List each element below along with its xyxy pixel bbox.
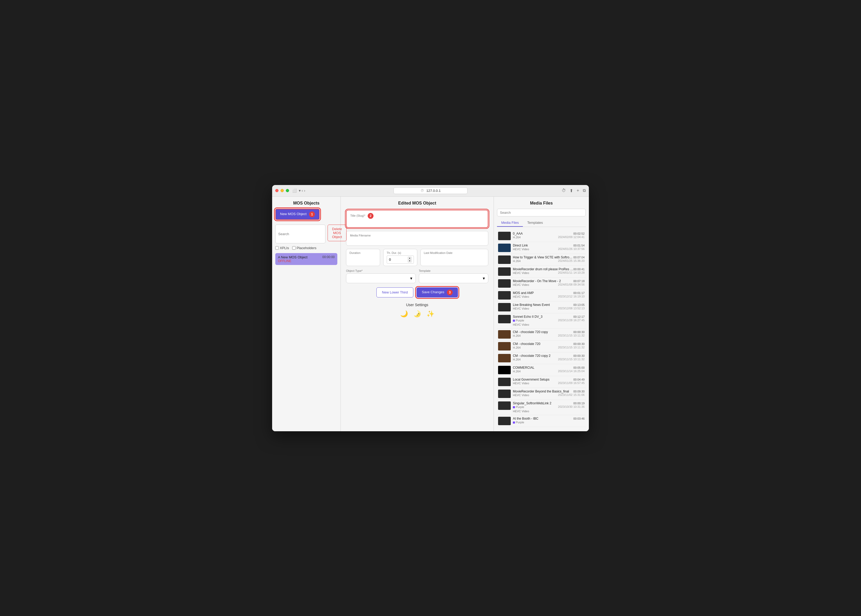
media-duration: 00:00:41 [573, 268, 584, 271]
mos-list-item[interactable]: A New MOS Object 00:00:00 OFFLINE [275, 253, 337, 265]
media-list-item[interactable]: How to Trigger & View SCTE with Softron … [497, 254, 586, 266]
dim-mode-icon[interactable]: 🌛 [413, 310, 421, 317]
tag-purple-indicator [513, 320, 515, 322]
action-buttons-row: New Lower Third Save Changes 3 [346, 288, 488, 297]
media-meta-row: 0_AAA 00:02:52 [513, 232, 584, 236]
sidebar-toggle-icon[interactable]: ⬜ [292, 189, 297, 193]
media-codec-row: Purple 2023/11/28 16:27:45 [513, 319, 584, 322]
object-type-select[interactable]: ▾ [346, 273, 416, 283]
media-list-item[interactable]: MovieRecorder Beyond the Basics_final 00… [497, 388, 586, 400]
th-dur-field: Th. Dur. (s) ▴ ▾ [383, 249, 417, 266]
tab-templates[interactable]: Templates [523, 219, 547, 227]
tabs-icon[interactable]: ⧉ [583, 188, 586, 193]
back-icon[interactable]: ‹ [302, 189, 303, 193]
tag-purple-indicator [513, 421, 515, 424]
media-duration: 00:00:30 [573, 354, 584, 357]
title-slug-section: Title (Slug)* 2 [346, 210, 488, 228]
media-list-item[interactable]: MovieRecorder - On The Move - 2 00:07:18… [497, 278, 586, 289]
xpli-checkbox-label[interactable]: XPLIs [275, 246, 289, 250]
media-list-item[interactable]: Direct Link 00:01:54 HEVC Video 2024/01/… [497, 242, 586, 254]
media-info: MovieRecorder Beyond the Basics_final 00… [513, 390, 584, 397]
media-list-item[interactable]: COMMERCIAL 00:05:00 H.264 2023/11/14 16:… [497, 364, 586, 376]
media-info: 0_AAA 00:02:52 H.264 2024/02/09 12:04:41 [513, 232, 584, 239]
app-window: ⬜ ▾ ‹ › ⏱ 127.0.0.1 ⏱ ⬆ + ⧉ MOS Objects … [272, 185, 589, 431]
user-settings: User Settings 🌙 🌛 ✨ [346, 303, 488, 317]
duration-label: Duration [349, 251, 377, 255]
media-codec-row: Purple [513, 420, 584, 424]
media-list: 0_AAA 00:02:52 H.264 2024/02/09 12:04:41… [497, 230, 586, 427]
media-name: At the Booth - IBC [513, 417, 539, 420]
media-meta-row: MovieRecorder drum roll please ProRes MX… [513, 267, 584, 271]
search-delete-row: Delete MOS Object [275, 225, 337, 244]
save-changes-button[interactable]: Save Changes 3 [416, 288, 458, 297]
light-mode-icon[interactable]: ✨ [427, 310, 434, 317]
history-icon[interactable]: ⏱ [562, 188, 566, 193]
media-info: Local Government Setups 00:04:49 HEVC Vi… [513, 378, 584, 385]
media-codec: H.264 [513, 236, 520, 239]
placeholders-checkbox-label[interactable]: Placeholders [292, 246, 316, 250]
new-tab-icon[interactable]: + [577, 188, 579, 193]
new-lower-third-button[interactable]: New Lower Third [376, 288, 413, 297]
close-button[interactable] [275, 189, 278, 192]
media-date: 2023/11/15 10:11:32 [558, 346, 584, 349]
template-select[interactable]: ▾ [419, 273, 489, 283]
main-content: MOS Objects New MOS Object 1 Delete MOS … [272, 196, 589, 431]
xpli-label: XPLIs [280, 246, 289, 250]
media-list-item[interactable]: Singular_SoftronWebLink 2 00:00:19 Purpl… [497, 400, 586, 415]
media-codec-row: HEVC Video 2024/01/11 14:10:28 [513, 271, 584, 275]
tab-media-files[interactable]: Media Files [497, 219, 523, 227]
th-dur-input[interactable] [389, 258, 400, 262]
left-panel: MOS Objects New MOS Object 1 Delete MOS … [272, 196, 341, 431]
media-date: 2023/11/15 10:11:32 [558, 334, 584, 337]
maximize-button[interactable] [286, 189, 289, 192]
media-list-item[interactable]: CM - chocolate 720 copy 00:00:30 H.264 2… [497, 328, 586, 341]
media-duration: 00:12:17 [573, 315, 584, 318]
media-info: CM - chocolate 720 copy 00:00:30 H.264 2… [513, 330, 584, 337]
chevron-down-icon[interactable]: ▾ [299, 189, 301, 193]
spinner-down[interactable]: ▾ [408, 260, 412, 262]
media-list-item[interactable]: CM - chocolate 720 00:00:30 H.264 2023/1… [497, 341, 586, 352]
media-date: 2023/11/02 15:31:06 [558, 393, 584, 396]
media-codec-row: Purple 2023/10/30 10:31:36 [513, 405, 584, 409]
minimize-button[interactable] [281, 189, 284, 192]
mos-item-name: A New MOS Object [278, 255, 308, 259]
media-list-item[interactable]: MOS and AMP 00:01:17 HEVC Video 2023/12/… [497, 289, 586, 302]
media-codec: HEVC Video [513, 271, 529, 275]
media-list-item[interactable]: Local Government Setups 00:04:49 HEVC Vi… [497, 376, 586, 388]
delete-mos-button[interactable]: Delete MOS Object [328, 225, 347, 241]
left-search-input[interactable] [275, 225, 325, 244]
placeholders-checkbox[interactable] [292, 246, 295, 250]
last-mod-input[interactable] [424, 256, 485, 260]
right-search-input[interactable] [497, 209, 586, 217]
dark-mode-icon[interactable]: 🌙 [400, 310, 408, 317]
media-duration: 00:00:19 [573, 402, 584, 405]
share-icon[interactable]: ⬆ [570, 188, 573, 193]
media-list-item[interactable]: Sonnet Echo II DV_3 00:12:17 Purple 2023… [497, 313, 586, 328]
media-codec: HEVC Video [513, 382, 529, 385]
media-codec: HEVC Video [513, 393, 529, 397]
titlebar-controls: ⬜ ▾ [292, 189, 301, 193]
duration-input[interactable] [349, 256, 377, 260]
media-filename-input[interactable] [350, 238, 484, 242]
media-list-item[interactable]: At the Booth - IBC 00:03:46 Purple [497, 415, 586, 427]
middle-panel: Edited MOS Object Title (Slug)* 2 Media … [341, 196, 494, 431]
xpli-checkbox[interactable] [275, 246, 279, 250]
media-codec-row: HEVC Video 2023/11/02 15:31:06 [513, 393, 584, 397]
title-slug-input[interactable] [350, 220, 484, 224]
media-name: Singular_SoftronWebLink 2 [513, 401, 551, 405]
media-meta-row: Singular_SoftronWebLink 2 00:00:19 [513, 401, 584, 405]
template-chevron: ▾ [483, 276, 485, 281]
media-list-item[interactable]: CM - chocolate 720 copy 2 00:00:30 H.264… [497, 352, 586, 364]
url-bar[interactable]: ⏱ 127.0.0.1 [394, 187, 467, 194]
titlebar-right-controls: ⏱ ⬆ + ⧉ [562, 188, 586, 193]
forward-icon[interactable]: › [304, 189, 305, 193]
spinner-up[interactable]: ▴ [408, 257, 412, 259]
media-list-item[interactable]: 0_AAA 00:02:52 H.264 2024/02/09 12:04:41 [497, 230, 586, 242]
media-list-item[interactable]: MovieRecorder drum roll please ProRes MX… [497, 266, 586, 278]
new-mos-button[interactable]: New MOS Object 1 [275, 209, 320, 220]
media-duration: 00:01:17 [573, 291, 584, 295]
media-meta-row: Live Breaking News Event 00:13:05 [513, 303, 584, 307]
media-list-item[interactable]: Live Breaking News Event 00:13:05 HEVC V… [497, 302, 586, 313]
media-thumbnail [498, 330, 511, 339]
media-codec-row: HEVC Video 2023/12/12 16:19:10 [513, 295, 584, 298]
